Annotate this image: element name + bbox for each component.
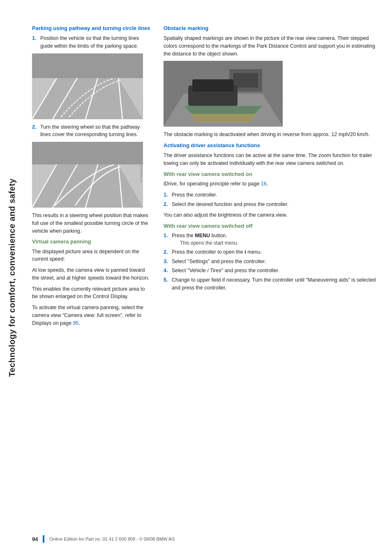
right-column: Obstacle marking Spatially shaped markin…	[164, 25, 380, 330]
camera-off-step5-num: 5.	[164, 276, 168, 284]
svg-rect-21	[192, 79, 233, 92]
step1-num: 1.	[32, 35, 36, 42]
svg-text:MC4RC0020_01: MC4RC0020_01	[279, 81, 281, 100]
section1-conclusion: This results in a steering wheel positio…	[32, 212, 151, 235]
camera-off-step1-text: Press the MENU button.	[172, 233, 227, 238]
camera-on-step1-num: 1.	[164, 191, 168, 199]
camera-on-step2-num: 2.	[164, 201, 168, 208]
camera-off-steps: 1. Press the MENU button. This opens the…	[164, 232, 380, 291]
obstacle-diagram: MC4RC0020_01	[164, 61, 283, 127]
camera-on-step-1: 1. Press the controller.	[164, 191, 380, 199]
svg-rect-13	[32, 142, 143, 164]
camera-on-step2-text: Select the desired function and press th…	[172, 201, 288, 207]
camera-off-step-5: 5. Change to upper field if necessary. T…	[164, 276, 380, 292]
section2-para1: The displayed picture area is dependent …	[32, 248, 151, 264]
step2-text: Turn the steering wheel so that the path…	[40, 124, 140, 138]
camera-on-intro-text: iDrive, for operating principle refer to…	[164, 181, 259, 187]
diagram-1: BC5U10604_01	[32, 53, 143, 119]
footer-text: Online Edition for Part no. 01 41 2 600 …	[49, 536, 175, 541]
i-bold: i	[244, 249, 246, 255]
camera-off-step1-num: 1.	[164, 232, 168, 240]
menu-bold-1: MENU	[195, 233, 210, 238]
svg-rect-19	[233, 73, 258, 88]
camera-on-steps: 1. Press the controller. 2. Select the d…	[164, 191, 380, 208]
camera-off-step4-text: Select "Vehicle / Tires" and press the c…	[172, 268, 279, 273]
camera-on-intro: iDrive, for operating principle refer to…	[164, 180, 380, 188]
step-1: 1. Position the vehicle so that the turn…	[32, 35, 151, 50]
section2-para4-text: To activate the virtual camera panning, …	[32, 305, 143, 326]
camera-off-heading: With rear view camera switched off	[164, 222, 380, 230]
camera-on-step-2: 2. Select the desired function and press…	[164, 201, 380, 208]
step-2: 2. Turn the steering wheel so that the p…	[32, 123, 151, 139]
camera-on-intro-end: .	[267, 181, 268, 187]
section1-heading: Parking using pathway and turning circle…	[32, 25, 151, 32]
camera-off-step3-num: 3.	[164, 258, 168, 266]
watermark-1: BC5U10604_01	[142, 98, 143, 118]
camera-on-heading: With rear view camera switched on	[164, 171, 380, 178]
activating-heading: Activating driver assistance functions	[164, 142, 380, 149]
camera-off-step2-text: Press the controller to open the i menu.	[172, 249, 262, 255]
obstacle-para2: The obstacle marking is deactivated when…	[164, 131, 380, 139]
page-number: 94	[32, 536, 38, 542]
camera-on-step1-text: Press the controller.	[172, 192, 217, 198]
section2-para3: This enables the currently relevant pict…	[32, 285, 151, 301]
svg-text:BC5U10606_01: BC5U10606_01	[140, 164, 143, 182]
activating-para: The driver assistance functions can be a…	[164, 152, 380, 167]
obstacle-heading: Obstacle marking	[164, 25, 380, 32]
section2-para4: To activate the virtual camera panning, …	[32, 304, 151, 327]
section1-steps: 1. Position the vehicle so that the turn…	[32, 35, 151, 50]
svg-marker-23	[190, 114, 256, 122]
section2-para4-end: .	[78, 320, 80, 326]
section2-para4-link[interactable]: 95	[73, 320, 78, 326]
obstacle-para1: Spatially shaped markings are shown in t…	[164, 35, 380, 58]
sidebar: Technology for comfort, convenience and …	[0, 0, 24, 555]
camera-off-step3-text: Select "Settings" and press the controll…	[172, 259, 266, 264]
section2-para2: At low speeds, the camera view is panned…	[32, 266, 151, 282]
camera-off-step-4: 4. Select "Vehicle / Tires" and press th…	[164, 267, 380, 275]
step1-text: Position the vehicle so that the turning…	[40, 35, 139, 49]
diagram-2: BC5U10606_01	[32, 142, 143, 208]
camera-off-step5-text: Change to upper field if necessary. Turn…	[172, 277, 376, 291]
step2-num: 2.	[32, 123, 36, 131]
svg-marker-22	[184, 106, 262, 114]
camera-off-step-2: 2. Press the controller to open the i me…	[164, 248, 380, 256]
footer: 94 Online Edition for Part no. 01 41 2 6…	[24, 535, 392, 543]
camera-off-step-1: 1. Press the MENU button. This opens the…	[164, 232, 380, 247]
camera-off-step4-num: 4.	[164, 267, 168, 275]
camera-off-step-3: 3. Select "Settings" and press the contr…	[164, 258, 380, 266]
section1-steps-2: 2. Turn the steering wheel so that the p…	[32, 123, 151, 139]
section2-heading: Virtual camera panning	[32, 238, 151, 245]
svg-rect-6	[32, 53, 143, 78]
sidebar-label: Technology for comfort, convenience and …	[7, 178, 17, 377]
footer-bar	[43, 535, 44, 543]
camera-on-intro-link[interactable]: 16	[261, 181, 267, 187]
camera-off-step2-num: 2.	[164, 248, 168, 256]
camera-off-step1-sub: This opens the start menu.	[180, 240, 380, 247]
camera-on-note: You can also adjust the brightness of th…	[164, 211, 380, 219]
left-column: Parking using pathway and turning circle…	[32, 25, 151, 330]
